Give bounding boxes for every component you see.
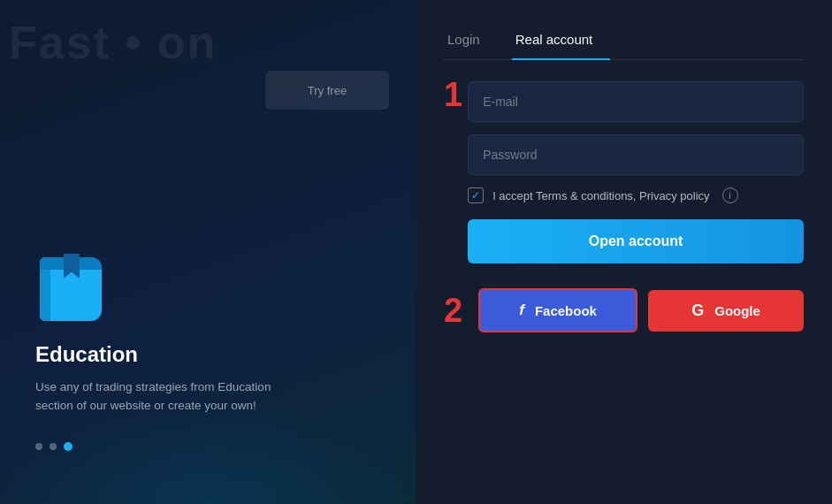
step1-content: ✓ I accept Terms & conditions, Privacy p… [468, 81, 804, 288]
dot-2[interactable] [50, 443, 57, 450]
tab-login[interactable]: Login [444, 25, 498, 59]
education-title: Education [35, 342, 380, 367]
checkmark-icon: ✓ [471, 190, 480, 201]
book-icon [35, 254, 106, 325]
terms-label: I accept Terms & conditions, Privacy pol… [492, 189, 709, 202]
google-button[interactable]: G Google [648, 290, 804, 332]
email-group [468, 81, 804, 122]
watermark-text: Fast • on [9, 16, 218, 69]
tab-bar: Login Real account [444, 25, 804, 60]
step2-number: 2 [444, 294, 462, 327]
terms-row: ✓ I accept Terms & conditions, Privacy p… [468, 187, 804, 203]
tab-real-account[interactable]: Real account [512, 25, 611, 59]
google-label: Google [714, 303, 760, 318]
password-group [468, 134, 804, 175]
step1-section: 1 ✓ I accept Terms & conditions, Privacy… [444, 81, 804, 288]
open-account-button[interactable]: Open account [468, 219, 804, 263]
dot-3[interactable] [64, 442, 73, 451]
carousel-dots [35, 442, 380, 451]
info-icon[interactable]: i [722, 187, 738, 203]
social-row: 2 f Facebook G Google [444, 288, 804, 332]
right-panel: Login Real account 1 ✓ I accept Terms & … [416, 0, 832, 504]
facebook-label: Facebook [535, 303, 597, 318]
try-free-button[interactable]: Try free [265, 71, 389, 110]
education-description: Use any of trading strategies from Educa… [35, 378, 283, 416]
terms-checkbox[interactable]: ✓ [468, 187, 484, 203]
password-input[interactable] [468, 134, 804, 175]
email-input[interactable] [468, 81, 804, 122]
facebook-button[interactable]: f Facebook [478, 288, 637, 332]
google-icon: G [691, 302, 704, 320]
facebook-icon: f [519, 302, 524, 319]
step1-number: 1 [444, 78, 462, 111]
dot-1[interactable] [35, 443, 42, 450]
left-panel: Fast • on Try free Education Use any of … [0, 0, 416, 504]
